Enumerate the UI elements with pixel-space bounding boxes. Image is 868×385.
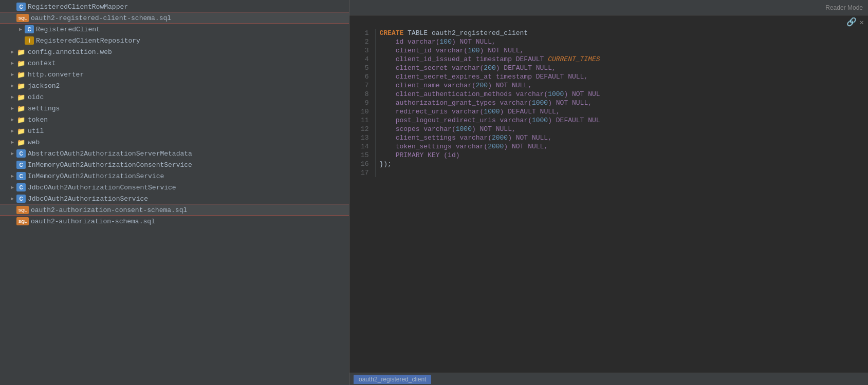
item-label: InMemoryOAuth2AuthorizationConsentServic… [28, 161, 192, 169]
code-line: 8 client_authentication_methods varchar(… [349, 90, 868, 99]
item-icon: C [16, 183, 26, 191]
item-icon: SQL [16, 217, 29, 225]
item-icon: 📁 [16, 70, 26, 79]
line-number: 12 [349, 125, 375, 133]
code-line: 2 id varchar(100) NOT NULL, [349, 37, 868, 46]
sidebar-item-jdbc-oauth2-authorization-consent-service[interactable]: ▶CJdbcOAuth2AuthorizationConsentService [0, 182, 349, 193]
item-label: oidc [28, 93, 44, 101]
sidebar-item-oidc[interactable]: ▶📁oidc [0, 91, 349, 103]
item-label: config.annotation.web [28, 48, 112, 56]
code-content: 1CREATE TABLE oauth2_registered_client2 … [349, 29, 868, 373]
sidebar-item-util[interactable]: ▶📁util [0, 125, 349, 137]
reader-mode-label[interactable]: Reader Mode [825, 4, 863, 11]
chevron-icon[interactable]: ▶ [8, 83, 16, 89]
chevron-icon[interactable]: ▶ [8, 60, 16, 66]
item-label: InMemoryOAuth2AuthorizationService [28, 172, 164, 180]
item-label: web [28, 139, 40, 146]
sidebar-item-inmemory-oauth2-authorization-service[interactable]: ▶CInMemoryOAuth2AuthorizationService [0, 170, 349, 182]
chevron-icon[interactable]: ▶ [8, 49, 16, 55]
item-icon: 📁 [16, 138, 26, 146]
line-number: 5 [349, 64, 375, 72]
item-icon: 📁 [16, 116, 26, 124]
item-icon: SQL [16, 206, 29, 214]
item-label: oauth2-authorization-schema.sql [31, 218, 155, 225]
item-icon: C [16, 195, 26, 203]
item-icon: C [16, 149, 26, 158]
chevron-icon[interactable]: ▶ [8, 150, 16, 157]
code-line: 9 authorization_grant_types varchar(1000… [349, 99, 868, 107]
line-number: 7 [349, 81, 375, 90]
chevron-icon[interactable]: ▶ [8, 94, 16, 100]
line-content: client_secret varchar(200) DEFAULT NULL, [375, 64, 868, 72]
line-content: }); [375, 160, 868, 168]
editor-toolbar: 🔗 ✕ [349, 15, 868, 29]
line-number: 6 [349, 72, 375, 81]
line-content: authorization_grant_types varchar(1000) … [375, 99, 868, 107]
item-label: oauth2-registered-client-schema.sql [31, 14, 171, 22]
sidebar-item-jdbc-oauth2-authorization-service[interactable]: ▶CJdbcOAuth2AuthorizationService [0, 193, 349, 204]
code-line: 6 client_secret_expires_at timestamp DEF… [349, 72, 868, 81]
sidebar-item-abstract-oauth2-authorization-server-metadata[interactable]: ▶CAbstractOAuth2AuthorizationServerMetad… [0, 148, 349, 159]
chevron-icon[interactable]: ▶ [8, 128, 16, 134]
item-label: RegisteredClientRowMapper [28, 3, 128, 11]
chevron-icon[interactable]: ▶ [8, 139, 16, 145]
line-content: post_logout_redirect_uris varchar(1000) … [375, 116, 868, 125]
line-content: client_id varchar(100) NOT NULL, [375, 46, 868, 55]
item-icon: 📁 [16, 93, 26, 101]
chevron-icon[interactable]: ▶ [8, 71, 16, 78]
item-icon: C [16, 161, 26, 169]
item-label: http.converter [28, 71, 84, 79]
item-icon: C [16, 3, 26, 11]
sidebar-item-http-converter[interactable]: ▶📁http.converter [0, 69, 349, 80]
sidebar-item-web[interactable]: ▶📁web [0, 137, 349, 148]
sidebar-item-token[interactable]: ▶📁token [0, 114, 349, 125]
editor-header: Reader Mode [349, 0, 868, 15]
code-line: 15 PRIMARY KEY (id) [349, 151, 868, 160]
item-label: RegisteredClientRepository [36, 37, 140, 45]
item-icon: C [25, 25, 34, 33]
sidebar-item-registered-client-repository[interactable]: IRegisteredClientRepository [0, 35, 349, 46]
code-line: 1CREATE TABLE oauth2_registered_client [349, 29, 868, 37]
sidebar-item-context[interactable]: ▶📁context [0, 57, 349, 69]
sidebar-item-config-annotation-web[interactable]: ▶📁config.annotation.web [0, 46, 349, 57]
item-label: oauth2-authorization-consent-schema.sql [31, 206, 187, 214]
code-line: 3 client_id varchar(100) NOT NULL, [349, 46, 868, 55]
code-line: 11 post_logout_redirect_uris varchar(100… [349, 116, 868, 125]
sidebar-item-oauth2-authorization-schema[interactable]: SQLoauth2-authorization-schema.sql [0, 216, 349, 227]
sidebar-item-registered-client-row-mapper[interactable]: CRegisteredClientRowMapper [0, 1, 349, 12]
code-table: 1CREATE TABLE oauth2_registered_client2 … [349, 29, 868, 177]
item-icon: 📁 [16, 104, 26, 112]
sidebar-item-oauth2-registered-client-schema[interactable]: SQLoauth2-registered-client-schema.sql [0, 12, 349, 24]
line-number: 8 [349, 90, 375, 99]
line-content: client_id_issued_at timestamp DEFAULT CU… [375, 55, 868, 64]
item-icon: 📁 [16, 82, 26, 90]
sidebar-item-registered-client[interactable]: ▶CRegisteredClient [0, 24, 349, 35]
item-label: JdbcOAuth2AuthorizationService [28, 195, 148, 203]
sidebar-item-oauth2-authorization-consent-schema[interactable]: SQLoauth2-authorization-consent-schema.s… [0, 204, 349, 216]
chevron-icon[interactable]: ▶ [8, 105, 16, 111]
item-label: jackson2 [28, 82, 60, 90]
file-tree[interactable]: CRegisteredClientRowMapperSQLoauth2-regi… [0, 0, 349, 385]
code-editor: Reader Mode 🔗 ✕ 1CREATE TABLE oauth2_reg… [349, 0, 868, 385]
code-line: 7 client_name varchar(200) NOT NULL, [349, 81, 868, 90]
code-line: 12 scopes varchar(1000) NOT NULL, [349, 125, 868, 133]
code-line: 14 token_settings varchar(2000) NOT NULL… [349, 142, 868, 151]
item-label: util [28, 127, 44, 135]
line-number: 16 [349, 160, 375, 168]
line-content: id varchar(100) NOT NULL, [375, 37, 868, 46]
code-line: 17 [349, 168, 868, 177]
sidebar-item-settings[interactable]: ▶📁settings [0, 103, 349, 114]
sidebar-item-inmemory-oauth2-authorization-consent-service[interactable]: CInMemoryOAuth2AuthorizationConsentServi… [0, 159, 349, 170]
line-number: 10 [349, 107, 375, 116]
link-icon[interactable]: 🔗 [846, 17, 857, 27]
chevron-icon[interactable]: ▶ [16, 26, 25, 32]
item-icon: I [25, 36, 34, 45]
chevron-icon[interactable]: ▶ [8, 184, 16, 190]
sidebar-item-jackson2[interactable]: ▶📁jackson2 [0, 80, 349, 91]
chevron-icon[interactable]: ▶ [8, 173, 16, 179]
chevron-icon[interactable]: ▶ [8, 117, 16, 123]
bottom-tab[interactable]: oauth2_registered_client [354, 375, 431, 384]
chevron-icon[interactable]: ▶ [8, 196, 16, 202]
close-icon[interactable]: ✕ [860, 18, 864, 27]
line-number: 2 [349, 37, 375, 46]
